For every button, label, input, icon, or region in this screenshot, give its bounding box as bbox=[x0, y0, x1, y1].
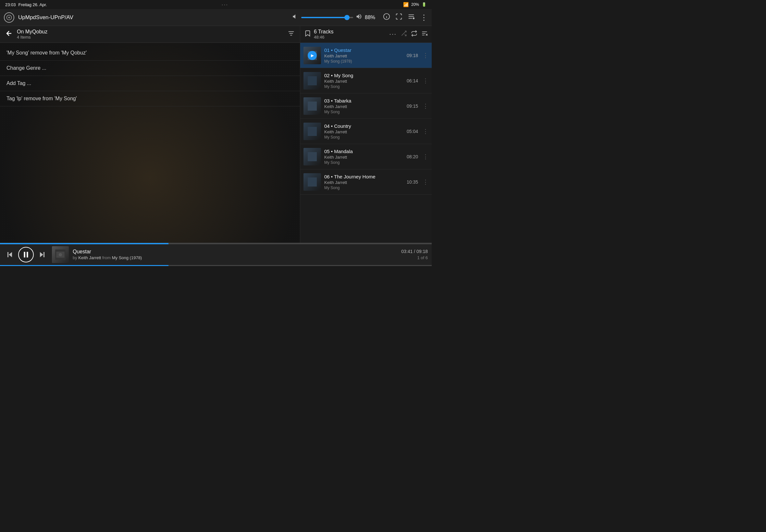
track-item[interactable]: 02 • My Song Keith Jarrett My Song 06:14… bbox=[300, 68, 432, 93]
device-icon[interactable] bbox=[4, 12, 14, 23]
track-duration: 09:15 bbox=[407, 103, 418, 109]
player-album: My Song (1978) bbox=[112, 255, 142, 260]
volume-high-icon[interactable] bbox=[356, 13, 362, 21]
player-time-display: 03:41 / 09:18 bbox=[401, 249, 428, 254]
context-item-remove-tag[interactable]: Tag 'lp' remove from 'My Song' bbox=[0, 91, 300, 106]
track-title: 03 • Tabarka bbox=[324, 98, 404, 103]
track-more-icon[interactable]: ⋮ bbox=[423, 178, 429, 186]
track-thumb-image bbox=[303, 97, 321, 115]
track-duration: 09:18 bbox=[407, 53, 418, 58]
bottom-progress-fill[interactable] bbox=[0, 265, 168, 266]
track-item[interactable]: 03 • Tabarka Keith Jarrett My Song 09:15… bbox=[300, 93, 432, 119]
svg-point-29 bbox=[311, 130, 313, 133]
topbar-more-icon[interactable]: ⋮ bbox=[420, 13, 428, 22]
status-dots: ··· bbox=[222, 2, 228, 7]
track-duration: 06:14 bbox=[407, 78, 418, 83]
track-artist: Keith Jarrett bbox=[324, 180, 404, 185]
svg-point-32 bbox=[311, 155, 313, 158]
context-item-change-genre[interactable]: Change Genre ... bbox=[0, 61, 300, 76]
status-time: 23:03 bbox=[5, 2, 16, 7]
tracks-duration: 48:46 bbox=[314, 35, 387, 40]
track-more-icon[interactable]: ⋮ bbox=[423, 153, 429, 160]
svg-rect-37 bbox=[7, 252, 8, 257]
player-thumbnail bbox=[52, 246, 69, 263]
repeat-icon[interactable] bbox=[411, 30, 418, 38]
track-item[interactable]: 05 • Mandala Keith Jarrett My Song 08:20… bbox=[300, 144, 432, 169]
svg-rect-38 bbox=[24, 252, 25, 257]
track-item[interactable]: 04 • Country Keith Jarrett My Song 05:04… bbox=[300, 119, 432, 144]
play-overlay: ▶ bbox=[303, 47, 321, 64]
volume-percentage: 88% bbox=[365, 15, 379, 20]
player-title: Questar bbox=[73, 249, 397, 255]
track-title: 06 • The Journey Home bbox=[324, 174, 404, 179]
track-item[interactable]: 06 • The Journey Home Keith Jarrett My S… bbox=[300, 169, 432, 195]
track-more-icon[interactable]: ⋮ bbox=[423, 52, 429, 59]
player-current-time: 03:41 bbox=[401, 249, 413, 254]
back-button[interactable] bbox=[5, 30, 13, 39]
queue-icon[interactable] bbox=[408, 13, 415, 22]
track-artist: Keith Jarrett bbox=[324, 79, 404, 84]
tracks-count: 6 Tracks bbox=[314, 29, 387, 35]
player-time-info: 03:41 / 09:18 1 of 6 bbox=[401, 249, 428, 260]
left-header-subtitle: 4 Items bbox=[17, 35, 284, 40]
svg-marker-40 bbox=[40, 252, 43, 257]
more-options-icon[interactable]: ··· bbox=[389, 30, 397, 38]
fullscreen-icon[interactable] bbox=[395, 13, 403, 22]
track-title: 02 • My Song bbox=[324, 73, 404, 78]
next-button[interactable] bbox=[36, 249, 48, 260]
left-header-info: On MyQobuz 4 Items bbox=[17, 29, 284, 40]
progress-bar-fill[interactable] bbox=[0, 243, 168, 244]
track-info: 02 • My Song Keith Jarrett My Song bbox=[324, 73, 404, 89]
track-artist: Keith Jarrett bbox=[324, 155, 404, 160]
volume-low-icon[interactable] bbox=[292, 13, 298, 21]
player-controls bbox=[4, 247, 48, 262]
track-album: My Song bbox=[324, 110, 404, 114]
device-name: UpMpdSven-UPnP/AV bbox=[18, 14, 288, 21]
track-title: 04 • Country bbox=[324, 123, 404, 129]
volume-thumb[interactable] bbox=[344, 15, 349, 20]
volume-slider[interactable] bbox=[301, 17, 353, 18]
track-thumbnail bbox=[303, 97, 321, 115]
track-thumb-image bbox=[303, 72, 321, 90]
status-left: 23:03 Freitag 26. Apr. bbox=[5, 2, 47, 7]
previous-button[interactable] bbox=[4, 249, 16, 260]
player-bar: Questar by Keith Jarrett from My Song (1… bbox=[0, 243, 432, 266]
track-thumb-image bbox=[303, 148, 321, 165]
progress-bar-container bbox=[0, 243, 432, 244]
track-list: ▶ 01 • Questar Keith Jarrett My Song (19… bbox=[300, 43, 432, 243]
player-artist: Keith Jarrett bbox=[78, 255, 101, 260]
player-by-label: by bbox=[73, 255, 77, 260]
track-more-icon[interactable]: ⋮ bbox=[423, 128, 429, 135]
status-right: 📶 20% 🔋 bbox=[403, 2, 427, 7]
volume-controls: 88% bbox=[292, 13, 379, 21]
player-from-label: from bbox=[102, 255, 111, 260]
status-bar: 23:03 Freitag 26. Apr. ··· 📶 20% 🔋 bbox=[0, 0, 432, 9]
right-header: 6 Tracks 48:46 ··· bbox=[300, 26, 432, 43]
track-title: 01 • Questar bbox=[324, 47, 404, 53]
track-info: 04 • Country Keith Jarrett My Song bbox=[324, 123, 404, 139]
left-header-title: On MyQobuz bbox=[17, 29, 284, 35]
track-thumbnail bbox=[303, 148, 321, 165]
top-bar-icons: ⋮ bbox=[383, 13, 428, 22]
track-more-icon[interactable]: ⋮ bbox=[423, 77, 429, 84]
context-item-add-tag[interactable]: Add Tag ... bbox=[0, 76, 300, 91]
battery-percentage: 20% bbox=[411, 2, 419, 7]
player-total-time: 09:18 bbox=[417, 249, 428, 254]
info-icon[interactable] bbox=[383, 13, 390, 22]
svg-marker-36 bbox=[9, 252, 12, 257]
track-thumbnail bbox=[303, 173, 321, 191]
no-shuffle-icon[interactable] bbox=[401, 30, 407, 38]
pause-button[interactable] bbox=[18, 247, 34, 262]
left-header-actions bbox=[287, 30, 295, 39]
track-item[interactable]: ▶ 01 • Questar Keith Jarrett My Song (19… bbox=[300, 43, 432, 68]
track-info: 06 • The Journey Home Keith Jarrett My S… bbox=[324, 174, 404, 190]
track-artist: Keith Jarrett bbox=[324, 54, 404, 58]
clear-queue-icon[interactable] bbox=[421, 30, 428, 38]
track-album: My Song bbox=[324, 160, 404, 165]
bookmark-icon[interactable] bbox=[304, 30, 311, 39]
context-item-remove-song[interactable]: 'My Song' remove from 'My Qobuz' bbox=[0, 45, 300, 61]
search-filter-icon[interactable] bbox=[287, 30, 295, 39]
track-title: 05 • Mandala bbox=[324, 149, 404, 154]
track-more-icon[interactable]: ⋮ bbox=[423, 103, 429, 110]
left-header: On MyQobuz 4 Items bbox=[0, 26, 300, 43]
